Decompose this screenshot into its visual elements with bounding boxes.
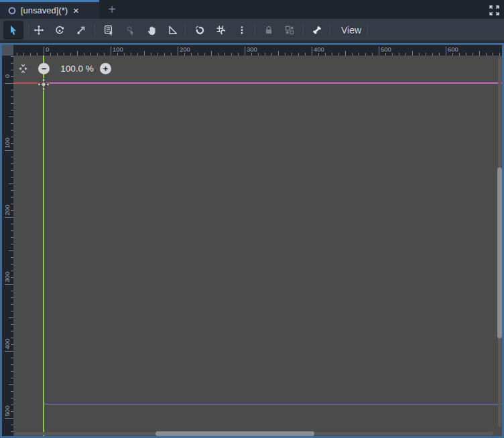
- group-icon: [284, 25, 295, 35]
- ruler-tick: [5, 83, 13, 84]
- skeleton-options-button[interactable]: [308, 21, 326, 39]
- ruler-tool-button[interactable]: [164, 21, 182, 39]
- ruler-tick: [5, 150, 13, 151]
- grid-snap-button[interactable]: [212, 21, 230, 39]
- horizontal-ruler[interactable]: 0100200300400500600: [13, 45, 502, 56]
- vertical-scrollbar-thumb[interactable]: [497, 167, 502, 338]
- ruler-label: 400: [2, 337, 13, 350]
- ruler-label: 200: [2, 203, 13, 216]
- zoom-reset-button[interactable]: 100.0 %: [56, 64, 98, 74]
- ruler-label: 100: [113, 46, 123, 53]
- ruler-tick: [446, 47, 446, 56]
- origin-crosshair-gizmo: [38, 78, 50, 90]
- ruler-tick: [77, 51, 78, 56]
- ruler-tick: [379, 47, 379, 56]
- pan-tool-button[interactable]: [143, 21, 161, 39]
- ruler-tick: [5, 217, 13, 218]
- zoom-in-button[interactable]: +: [100, 63, 111, 74]
- pan-hand-icon: [147, 25, 158, 35]
- select-tool-button[interactable]: [3, 21, 23, 40]
- ruler-label: 100: [2, 136, 13, 149]
- toolbar-separator: [185, 23, 186, 36]
- toolbar-separator: [330, 23, 330, 36]
- toolbar-separator: [303, 23, 304, 36]
- ruler-label: 500: [2, 404, 13, 417]
- zoom-out-button[interactable]: −: [38, 63, 50, 74]
- rotate-icon: [54, 25, 65, 35]
- three-dots-icon: [237, 25, 247, 35]
- ruler-tick: [144, 51, 145, 56]
- ruler-tick: [178, 47, 178, 56]
- viewport-rect-top-border: [44, 82, 502, 84]
- move-tool-button[interactable]: [30, 21, 48, 39]
- canvas-workspace[interactable]: − 100.0 % +: [13, 56, 502, 436]
- expand-viewport-button[interactable]: [487, 3, 501, 17]
- select-arrow-icon: [8, 25, 19, 35]
- ruler-tick: [9, 317, 13, 318]
- scene-tab-bar: [unsaved](*) × +: [0, 0, 504, 19]
- scene-icon: [7, 6, 17, 15]
- group-button[interactable]: [281, 21, 298, 39]
- grid-snap-icon: [216, 25, 227, 35]
- horizontal-scrollbar-thumb[interactable]: [155, 431, 314, 436]
- position-select-icon: [125, 25, 136, 35]
- center-view-icon: [18, 64, 28, 74]
- ruler-tick: [278, 51, 279, 56]
- rotate-tool-button[interactable]: [51, 21, 68, 39]
- ruler-tick: [211, 51, 212, 56]
- ruler-tick: [245, 47, 245, 56]
- toolbar-separator: [94, 23, 95, 36]
- move-icon: [34, 25, 44, 35]
- snap-options-button[interactable]: [233, 21, 251, 39]
- ruler-label: 0: [46, 46, 49, 53]
- toolbar-separator: [255, 23, 255, 36]
- new-tab-button[interactable]: +: [101, 0, 123, 19]
- magnet-icon: [194, 25, 205, 35]
- ruler-label: 300: [2, 270, 13, 283]
- ruler-label: 200: [180, 46, 190, 53]
- click-select-button[interactable]: [122, 21, 139, 39]
- ruler-tick: [5, 418, 13, 419]
- ruler-tick: [9, 117, 13, 117]
- ruler-tick: [9, 250, 13, 251]
- ruler-tick: [9, 384, 13, 385]
- ruler-label: 0: [2, 69, 13, 82]
- horizontal-guide-line: [44, 404, 502, 405]
- toolbar-separator: [28, 23, 29, 36]
- scale-tool-button[interactable]: [72, 21, 90, 39]
- ruler-label: 300: [247, 46, 257, 53]
- ruler-tick: [5, 284, 13, 285]
- ruler-tick: [9, 184, 13, 184]
- ruler-label: 600: [448, 46, 458, 53]
- ruler-label: 400: [314, 46, 324, 53]
- ruler-label: 500: [381, 46, 391, 53]
- vertical-ruler[interactable]: 0100200300400500: [2, 56, 13, 436]
- view-menu-button[interactable]: View: [337, 21, 365, 39]
- ruler-tick: [345, 51, 346, 56]
- y-axis-line: [43, 56, 44, 436]
- ruler-tick: [312, 47, 312, 56]
- ruler-triangle-icon: [168, 25, 178, 35]
- ruler-tick: [412, 51, 413, 56]
- center-view-button[interactable]: [18, 64, 28, 74]
- smart-snap-button[interactable]: [191, 21, 208, 39]
- tab-unsaved-scene[interactable]: [unsaved](*) ×: [0, 0, 99, 19]
- tab-title: [unsaved](*): [21, 5, 68, 15]
- ruler-corner: [2, 45, 13, 56]
- ruler-tick: [479, 51, 480, 56]
- canvas-toolbar: View: [0, 19, 504, 43]
- ruler-tick: [111, 47, 111, 56]
- lock-button[interactable]: [260, 21, 277, 39]
- ruler-tick: [5, 351, 13, 352]
- scale-icon: [76, 25, 86, 35]
- list-select-button[interactable]: [101, 21, 118, 39]
- list-select-icon: [104, 25, 115, 35]
- bone-icon: [312, 25, 322, 35]
- ruler-tick: [44, 47, 44, 56]
- lock-icon: [263, 25, 274, 35]
- tab-close-icon[interactable]: ×: [73, 6, 79, 15]
- fullscreen-icon: [489, 5, 500, 16]
- toolbar-separator: [367, 23, 368, 36]
- canvas-viewport: 0100200300400500600 0100200300400500: [0, 43, 504, 438]
